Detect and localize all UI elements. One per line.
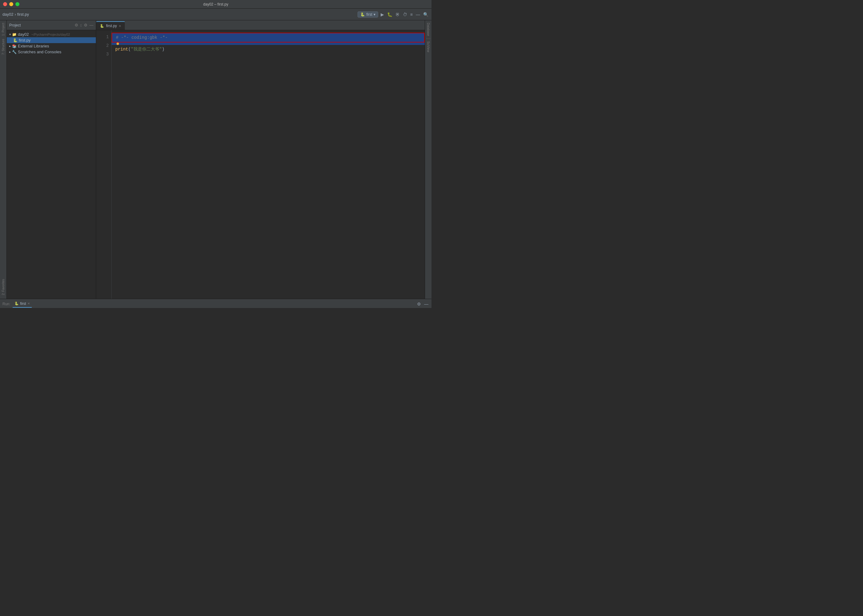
- panel-close-icon[interactable]: —: [90, 23, 93, 27]
- run-config-icon: 🐍: [360, 12, 365, 17]
- breadcrumb-file[interactable]: first.py: [17, 12, 29, 17]
- toolbar-right: 🐍 first ▾ ▶ 🐛 ⛨ ⏱ ≡ — 🔍: [357, 11, 429, 17]
- tab-close-icon[interactable]: ✕: [119, 24, 121, 28]
- project-strip-label[interactable]: 1: Project: [1, 22, 6, 37]
- close-button[interactable]: [3, 2, 7, 6]
- run-config-label: first: [366, 12, 372, 17]
- favorites-strip-label[interactable]: 2: Favorites: [1, 278, 6, 296]
- library-icon: 📚: [12, 44, 17, 48]
- expand-arrow-icon2: ▸: [9, 50, 11, 53]
- tree-item-path: ~/PycharmProjects/day02: [31, 33, 70, 36]
- folder-icon: 📁: [12, 32, 17, 37]
- panel-settings-icon[interactable]: ⚙: [75, 23, 78, 27]
- tree-item-day02[interactable]: ▾ 📁 day02 ~/PycharmProjects/day02: [7, 31, 96, 37]
- run-config-dropdown[interactable]: 🐍 first ▾: [357, 11, 378, 17]
- run-panel-tabs: Run: 🐍 first ✕ ⚙ —: [0, 299, 432, 308]
- panel-options-icon[interactable]: ⚙: [84, 23, 88, 27]
- main-layout: 1: Project 7: Structure 2: Favorites Pro…: [0, 20, 432, 299]
- project-panel-title: Project: [9, 23, 73, 27]
- editor-content: 1 2 3 # -*- coding:gbk -*- print ( "我是你二…: [96, 30, 425, 299]
- tree-item-label: day02: [18, 32, 29, 37]
- project-tree: ▾ 📁 day02 ~/PycharmProjects/day02 🐍 firs…: [7, 30, 96, 299]
- project-panel: Project ⚙ ↕ ⚙ — ▾ 📁 day02 ~/PycharmProje…: [7, 20, 96, 299]
- sciview-strip-label[interactable]: SciView: [426, 40, 431, 53]
- line-number-1: 1: [99, 33, 109, 41]
- line-numbers: 1 2 3: [96, 30, 112, 299]
- code-paren-close: ): [162, 45, 164, 53]
- titlebar: day02 – first.py: [0, 0, 432, 9]
- run-label: Run:: [2, 302, 10, 306]
- run-tab-label: first: [20, 302, 26, 306]
- code-line-1: # -*- coding:gbk -*-: [112, 33, 425, 42]
- code-function: print: [115, 45, 128, 53]
- code-line-2: [112, 42, 425, 45]
- breadcrumb-project[interactable]: day02: [2, 12, 13, 17]
- run-tools-right: ⚙ —: [416, 301, 429, 307]
- structure-strip-label[interactable]: 7: Structure: [1, 38, 6, 56]
- coverage-button[interactable]: ⛨: [395, 11, 400, 17]
- database-strip-label[interactable]: Database: [426, 22, 431, 37]
- main-toolbar: day02 › first.py 🐍 first ▾ ▶ 🐛 ⛨ ⏱ ≡ — 🔍: [0, 9, 432, 20]
- editor-area: 🐍 first.py ✕ 1 2 3 # -*- coding:gbk -*-: [96, 20, 425, 299]
- code-line-3: print ( "我是你二大爷" ): [115, 45, 421, 53]
- minimize-button[interactable]: [9, 2, 13, 6]
- profile-button[interactable]: ⏱: [402, 11, 408, 17]
- run-minimize-icon[interactable]: —: [424, 301, 429, 307]
- folder-arrow-icon: ▾: [9, 33, 11, 36]
- breadcrumb-separator: ›: [14, 12, 16, 17]
- left-sidebar-strip: 1: Project 7: Structure 2: Favorites: [0, 20, 7, 299]
- run-settings-icon[interactable]: ⚙: [416, 301, 422, 307]
- project-panel-header: Project ⚙ ↕ ⚙ —: [7, 20, 96, 30]
- dropdown-arrow-icon: ▾: [373, 12, 375, 17]
- window-controls[interactable]: [3, 2, 19, 6]
- editor-tabs: 🐍 first.py ✕: [96, 20, 425, 30]
- right-sidebar-strip: Database SciView: [425, 20, 432, 299]
- window-title: day02 – first.py: [203, 2, 228, 6]
- code-paren-open: (: [128, 45, 131, 53]
- maximize-button[interactable]: [16, 2, 19, 6]
- run-tab-close-icon[interactable]: ✕: [27, 302, 30, 305]
- tree-item-firstpy[interactable]: 🐍 first.py: [7, 37, 96, 43]
- run-tab-first[interactable]: 🐍 first ✕: [13, 300, 31, 308]
- tree-item-scratches[interactable]: ▸ 🔧 Scratches and Consoles: [7, 49, 96, 55]
- tree-item-label: External Libraries: [18, 44, 49, 48]
- expand-arrow-icon: ▸: [9, 44, 11, 48]
- tree-item-external-libraries[interactable]: ▸ 📚 External Libraries: [7, 43, 96, 49]
- run-button[interactable]: ▶: [380, 11, 385, 17]
- minimize-panel-button[interactable]: —: [415, 11, 421, 17]
- line-number-3: 3: [99, 50, 109, 58]
- editor-tab-firstpy[interactable]: 🐍 first.py ✕: [96, 21, 125, 30]
- panel-sort-icon[interactable]: ↕: [80, 23, 82, 27]
- line-number-2: 2: [99, 41, 109, 50]
- search-everywhere-button[interactable]: 🔍: [422, 11, 429, 17]
- debug-button[interactable]: 🐛: [386, 11, 393, 17]
- tree-item-label: Scratches and Consoles: [18, 50, 61, 54]
- tab-file-icon: 🐍: [100, 24, 104, 28]
- python-file-icon: 🐍: [13, 38, 17, 42]
- breakpoint-dot[interactable]: [117, 42, 119, 45]
- run-tab-python-icon: 🐍: [14, 302, 19, 306]
- tab-label: first.py: [106, 24, 117, 28]
- tree-item-label: first.py: [19, 38, 30, 42]
- code-comment-1: # -*- coding:gbk -*-: [116, 33, 168, 42]
- bottom-panel: Run: 🐍 first ✕ ⚙ — ▶ ↑ ■ ↓ ⊞ ≡ 📌 🖨 🗑 /Li…: [0, 299, 432, 308]
- scratches-icon: 🔧: [12, 50, 17, 54]
- concurrency-button[interactable]: ≡: [409, 11, 413, 17]
- breadcrumb: day02 › first.py: [2, 12, 355, 17]
- code-editor[interactable]: # -*- coding:gbk -*- print ( "我是你二大爷" ): [112, 30, 425, 299]
- code-string: "我是你二大爷": [131, 45, 162, 53]
